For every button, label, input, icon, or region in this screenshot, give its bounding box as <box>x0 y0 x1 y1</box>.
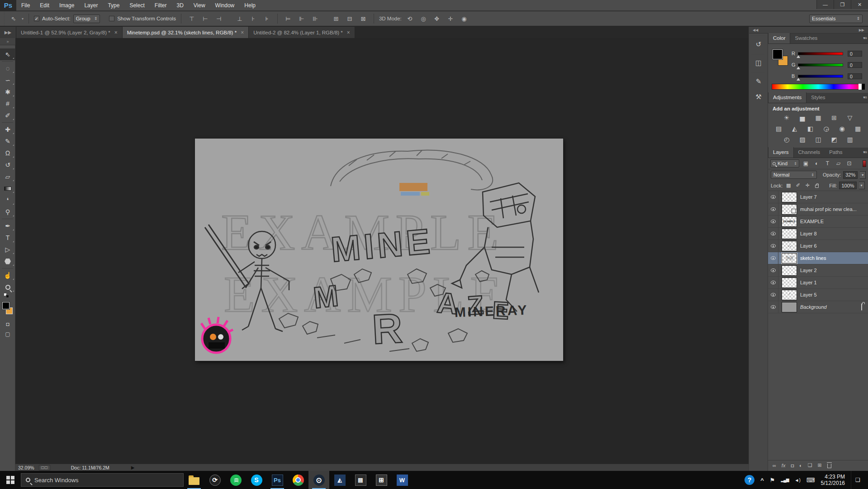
filter-pixel-layers-icon[interactable]: ▣ <box>802 159 810 168</box>
move-tool[interactable]: ⇖ <box>0 48 15 60</box>
menu-layer[interactable]: Layer <box>79 0 103 11</box>
start-button[interactable] <box>0 471 21 489</box>
filter-smart-objects-icon[interactable]: ⊡ <box>845 159 854 168</box>
tab-channels[interactable]: Channels <box>794 147 825 158</box>
crop-tool[interactable]: # <box>0 98 15 110</box>
layer-row-muhai[interactable]: muhai prof pic new clea... <box>768 203 868 216</box>
eyedropper-tool[interactable]: ✐ <box>0 110 15 121</box>
threshold-icon[interactable]: ◫ <box>813 135 823 144</box>
menu-window[interactable]: Window <box>210 0 240 11</box>
color-balance-icon[interactable]: ◭ <box>790 125 800 133</box>
menu-file[interactable]: File <box>16 0 35 11</box>
menu-type[interactable]: Type <box>103 0 124 11</box>
visibility-toggle[interactable] <box>768 252 778 264</box>
filter-shape-layers-icon[interactable]: ▱ <box>834 159 843 168</box>
lock-transparent-pixels-icon[interactable]: ▩ <box>785 182 792 189</box>
search-input[interactable] <box>34 477 161 484</box>
green-slider[interactable] <box>798 63 843 67</box>
layer-thumbnail[interactable] <box>782 265 797 276</box>
close-button[interactable]: ✕ <box>851 0 868 9</box>
visibility-toggle[interactable] <box>768 228 778 240</box>
zoom-level[interactable]: 32.09% <box>18 465 34 470</box>
touch-keyboard-icon[interactable]: ⌨ <box>806 477 815 484</box>
distribute-horizontal-centers-icon[interactable]: ⊟ <box>344 14 355 23</box>
filter-type-layers-icon[interactable]: T <box>823 159 832 168</box>
gradient-map-icon[interactable]: ◩ <box>829 135 839 144</box>
layer-name[interactable]: sketch lines <box>800 255 826 261</box>
menu-help[interactable]: Help <box>239 0 261 11</box>
tab-close-icon[interactable]: × <box>114 29 118 36</box>
taskbar-skype[interactable]: S <box>246 471 267 489</box>
visibility-toggle[interactable] <box>768 289 778 301</box>
document-canvas[interactable]: EXAMPLE EXAMPLE MINE M R A <box>195 139 563 361</box>
brush-tool[interactable]: ✎ <box>0 135 15 147</box>
tab-close-icon[interactable]: × <box>347 29 350 36</box>
invert-icon[interactable]: ◴ <box>782 135 792 144</box>
history-brush-tool[interactable]: ↺ <box>0 159 15 171</box>
add-layer-mask-icon[interactable]: ◘ <box>791 463 794 468</box>
align-bottom-edges-icon[interactable]: ⊣ <box>213 14 224 23</box>
align-right-edges-icon[interactable]: ⊧ <box>261 14 272 23</box>
layer-name[interactable]: Layer 2 <box>800 268 817 273</box>
fill-value[interactable]: 100% <box>839 182 856 189</box>
new-layer-icon[interactable]: ⊞ <box>818 462 822 468</box>
taskbar-file-explorer[interactable] <box>184 471 204 489</box>
color-spectrum-ramp[interactable] <box>772 84 865 90</box>
pen-tool[interactable]: ✒ <box>0 220 15 232</box>
layer-effects-icon[interactable]: fx <box>782 463 786 468</box>
distribute-bottom-edges-icon[interactable]: ⊪ <box>310 14 321 23</box>
tab-color[interactable]: Color <box>768 33 790 43</box>
zoom-tool[interactable] <box>0 281 15 293</box>
layer-row-layer1[interactable]: Layer 1 <box>768 277 868 289</box>
type-tool[interactable]: T <box>0 232 15 244</box>
3d-scale-icon[interactable]: ◉ <box>459 14 470 23</box>
path-selection-tool[interactable]: ▷ <box>0 244 15 255</box>
document-tab-untitled-1[interactable]: Untitled-1 @ 52.9% (Layer 2, Gray/8) * × <box>16 27 123 38</box>
taskbar-photos[interactable]: ◭ <box>329 471 350 489</box>
marquee-tool[interactable]: ◌ <box>0 62 15 74</box>
opacity-caret-icon[interactable]: ▾ <box>860 171 866 179</box>
tab-adjustments[interactable]: Adjustments <box>768 92 806 103</box>
hue-saturation-icon[interactable]: ▤ <box>774 125 784 133</box>
healing-brush-tool[interactable]: ✚ <box>0 124 15 135</box>
default-colors-icon[interactable] <box>0 293 15 298</box>
screen-mode-icon[interactable]: ▢ <box>0 329 15 339</box>
fill-caret-icon[interactable]: ▾ <box>859 182 865 189</box>
hidden-icons-chevron-icon[interactable]: ^ <box>760 477 764 484</box>
network-icon[interactable]: ▂▄▆ <box>781 478 788 482</box>
taskbar-swirl-app[interactable]: ⟳ <box>204 471 225 489</box>
blend-mode-dropdown[interactable]: Normal ⇕ <box>771 171 817 179</box>
panel-menu-icon[interactable]: ▾≡ <box>863 150 867 154</box>
green-slider-thumb[interactable] <box>797 67 800 69</box>
tool-preset-move-icon[interactable]: ⇖ <box>8 14 19 23</box>
layer-name[interactable]: muhai prof pic new clea... <box>800 206 857 212</box>
distribute-right-edges-icon[interactable]: ⊠ <box>358 14 369 23</box>
dodge-tool[interactable]: ⚲ <box>0 206 15 218</box>
photo-filter-icon[interactable]: ◶ <box>821 125 831 133</box>
layer-name[interactable]: Background <box>800 304 827 310</box>
distribute-vertical-centers-icon[interactable]: ⊩ <box>296 14 307 23</box>
volume-icon[interactable]: ◄) <box>795 478 801 483</box>
tab-swatches[interactable]: Swatches <box>790 33 822 43</box>
posterize-icon[interactable]: ▨ <box>797 135 807 144</box>
3d-rotate-icon[interactable]: ⟲ <box>404 14 415 23</box>
black-white-icon[interactable]: ◧ <box>806 125 816 133</box>
layer-thumbnail[interactable] <box>782 302 797 312</box>
align-vertical-centers-icon[interactable]: ⊢ <box>200 14 211 23</box>
distribute-left-edges-icon[interactable]: ⊞ <box>331 14 342 23</box>
color-lookup-icon[interactable]: ▦ <box>853 125 863 133</box>
3d-roll-icon[interactable]: ◎ <box>418 14 429 23</box>
action-center-icon[interactable]: ❏ <box>851 471 864 489</box>
levels-icon[interactable]: ▅ <box>797 114 807 122</box>
foreground-color-chip[interactable] <box>773 49 783 59</box>
taskbar-word[interactable]: W <box>392 471 413 489</box>
lock-position-icon[interactable]: ✛ <box>804 182 811 189</box>
tab-layers[interactable]: Layers <box>768 147 794 158</box>
red-value[interactable]: 0 <box>848 51 862 57</box>
taskbar-search[interactable] <box>21 473 184 487</box>
layer-row-layer8[interactable]: ˙· Layer 8 <box>768 228 868 240</box>
vibrance-icon[interactable]: ▽ <box>845 114 855 122</box>
layer-name[interactable]: Layer 7 <box>800 194 817 200</box>
menu-image[interactable]: Image <box>54 0 79 11</box>
layer-filter-kind-dropdown[interactable]: Kind ⇕ <box>770 159 799 168</box>
